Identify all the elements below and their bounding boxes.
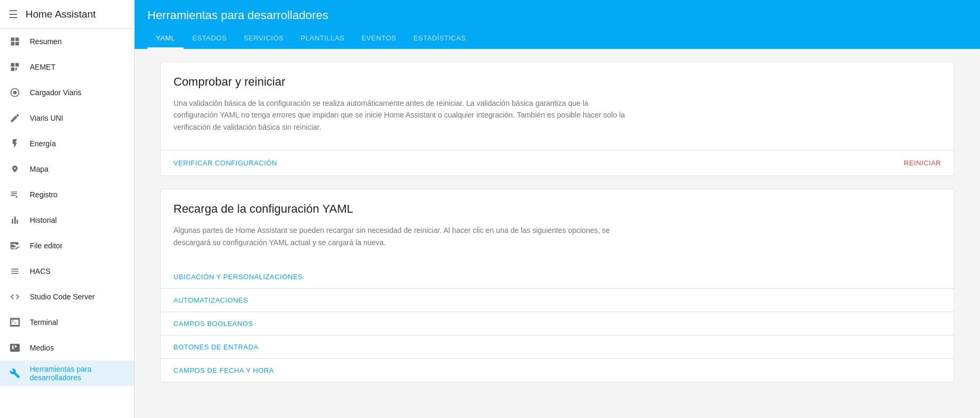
sidebar-item-file-editor[interactable]: File editor xyxy=(0,233,134,258)
hacs-icon xyxy=(9,265,21,278)
sidebar-label-registro: Registro xyxy=(30,190,57,199)
reload-item-ubicacion[interactable]: UBICACIÓN Y PERSONALIZACIONES xyxy=(161,265,954,288)
sidebar-label-energia: Energía xyxy=(30,139,56,148)
sidebar-label-aemet: AEMET xyxy=(30,63,55,71)
tabs-bar: YAMLESTADOSSERVICIOSPLANTILLASEVENTOSEST… xyxy=(147,29,967,49)
main-content: Herramientas para desarrolladores YAMLES… xyxy=(135,0,980,418)
tab-plantillas[interactable]: PLANTILLAS xyxy=(292,29,353,49)
tab-eventos[interactable]: EVENTOS xyxy=(353,29,405,49)
aemet-icon xyxy=(9,61,21,73)
restart-button[interactable]: REINICIAR xyxy=(900,155,945,171)
sidebar-header: ☰ Home Assistant xyxy=(0,0,134,29)
sidebar: ☰ Home Assistant ResumenAEMETCargador Vi… xyxy=(0,0,135,418)
energia-icon xyxy=(9,137,21,150)
terminal-icon xyxy=(9,316,21,329)
card-comprobar-reiniciar: Comprobar y reiniciar Una validación bás… xyxy=(160,62,954,176)
medios-icon xyxy=(9,341,21,354)
verify-config-button[interactable]: VERIFICAR CONFIGURACIÓN xyxy=(169,155,281,171)
page-title: Herramientas para desarrolladores xyxy=(147,9,967,22)
historial-icon xyxy=(9,214,21,227)
resumen-icon xyxy=(9,35,21,48)
card2-desc: Algunas partes de Home Assistant se pued… xyxy=(173,224,631,248)
card-body-2: Recarga de la configuración YAML Algunas… xyxy=(161,189,954,265)
reload-label-botones-entrada: BOTONES DE ENTRADA xyxy=(173,343,259,351)
sidebar-label-hacs: HACS xyxy=(30,267,51,275)
reload-item-botones-entrada[interactable]: BOTONES DE ENTRADA xyxy=(161,335,954,358)
herramientas-icon xyxy=(9,367,21,380)
reload-list: UBICACIÓN Y PERSONALIZACIONESAUTOMATIZAC… xyxy=(161,265,954,382)
card1-title: Comprobar y reiniciar xyxy=(173,75,941,89)
sidebar-item-mapa[interactable]: Mapa xyxy=(0,156,134,182)
sidebar-label-file-editor: File editor xyxy=(30,241,62,250)
sidebar-item-hacs[interactable]: HACS xyxy=(0,258,134,284)
sidebar-item-historial[interactable]: Historial xyxy=(0,207,134,233)
reload-label-campos-fecha-hora: CAMPOS DE FECHA Y HORA xyxy=(173,366,274,374)
content-area: Comprobar y reiniciar Una validación bás… xyxy=(135,49,980,418)
cargador-viaris-icon xyxy=(9,86,21,99)
sidebar-label-medios: Medios xyxy=(30,344,54,352)
reload-label-ubicacion: UBICACIÓN Y PERSONALIZACIONES xyxy=(173,273,303,281)
sidebar-item-terminal[interactable]: Terminal xyxy=(0,310,134,335)
reload-item-campos-fecha-hora[interactable]: CAMPOS DE FECHA Y HORA xyxy=(161,358,954,382)
tab-yaml[interactable]: YAML xyxy=(147,29,184,49)
sidebar-item-resumen[interactable]: Resumen xyxy=(0,29,134,54)
sidebar-nav: ResumenAEMETCargador ViarisViaris UNIEne… xyxy=(0,29,134,418)
reload-label-automatizaciones: AUTOMATIZACIONES xyxy=(173,296,248,304)
sidebar-item-cargador-viaris[interactable]: Cargador Viaris xyxy=(0,80,134,105)
sidebar-item-studio-code-server[interactable]: Studio Code Server xyxy=(0,284,134,310)
sidebar-label-mapa: Mapa xyxy=(30,165,48,173)
menu-icon[interactable]: ☰ xyxy=(9,8,18,21)
tab-servicios[interactable]: SERVICIOS xyxy=(235,29,292,49)
sidebar-label-herramientas: Herramientas para desarrolladores xyxy=(30,365,126,382)
reload-label-campos-booleanos: CAMPOS BOOLEANOS xyxy=(173,320,253,328)
studio-code-server-icon xyxy=(9,290,21,303)
sidebar-item-aemet[interactable]: AEMET xyxy=(0,54,134,80)
reload-item-campos-booleanos[interactable]: CAMPOS BOOLEANOS xyxy=(161,312,954,335)
svg-point-1 xyxy=(13,91,17,95)
viaris-uni-icon xyxy=(9,112,21,124)
sidebar-label-viaris-uni: Viaris UNI xyxy=(30,114,63,122)
sidebar-label-studio-code-server: Studio Code Server xyxy=(30,292,95,301)
mapa-icon xyxy=(9,163,21,175)
sidebar-item-medios[interactable]: Medios xyxy=(0,335,134,361)
main-header: Herramientas para desarrolladores YAMLES… xyxy=(135,0,980,49)
card1-actions: VERIFICAR CONFIGURACIÓN REINICIAR xyxy=(161,150,954,175)
sidebar-item-herramientas[interactable]: Herramientas para desarrolladores xyxy=(0,361,134,386)
sidebar-item-viaris-uni[interactable]: Viaris UNI xyxy=(0,105,134,131)
sidebar-label-terminal: Terminal xyxy=(30,318,58,327)
sidebar-label-resumen: Resumen xyxy=(30,37,62,46)
registro-icon xyxy=(9,188,21,201)
card1-desc: Una validación básica de la configuració… xyxy=(173,97,631,133)
tab-estados[interactable]: ESTADOS xyxy=(184,29,235,49)
card-body-1: Comprobar y reiniciar Una validación bás… xyxy=(161,62,954,150)
file-editor-icon xyxy=(9,239,21,252)
sidebar-item-energia[interactable]: Energía xyxy=(0,131,134,156)
app-title: Home Assistant xyxy=(26,9,96,20)
sidebar-label-historial: Historial xyxy=(30,216,57,224)
tab-estadisticas[interactable]: ESTADÍSTICAS xyxy=(405,29,475,49)
sidebar-label-cargador-viaris: Cargador Viaris xyxy=(30,88,81,97)
sidebar-item-registro[interactable]: Registro xyxy=(0,182,134,207)
card-recarga-yaml: Recarga de la configuración YAML Algunas… xyxy=(160,189,954,382)
reload-item-automatizaciones[interactable]: AUTOMATIZACIONES xyxy=(161,288,954,312)
card2-title: Recarga de la configuración YAML xyxy=(173,202,941,216)
